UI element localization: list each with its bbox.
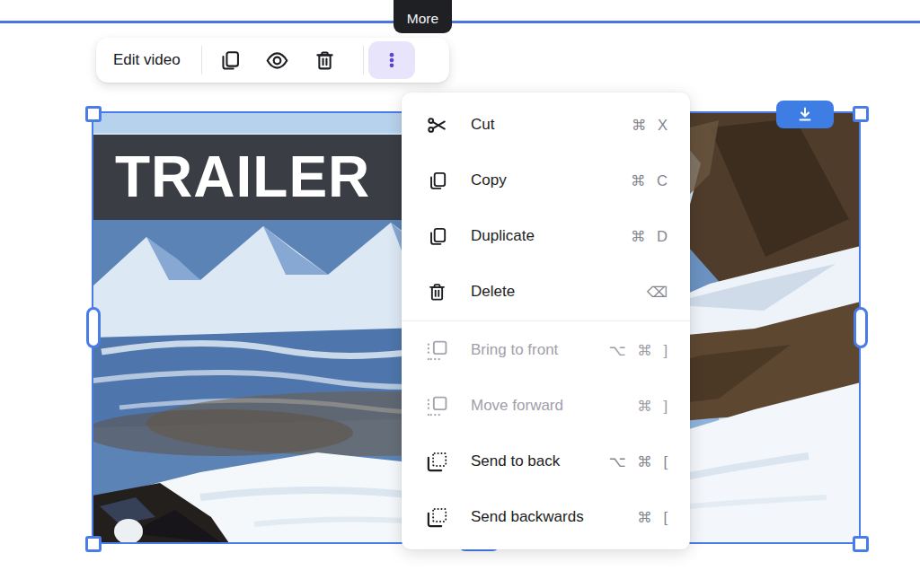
menu-item-shortcut: ⌘ ] (637, 398, 668, 415)
editor-canvas: TRAILER (0, 0, 920, 588)
resize-handle-right[interactable] (854, 307, 868, 348)
more-tooltip: More (394, 0, 452, 33)
preview-eye-icon (265, 48, 289, 73)
element-toolbar: Edit video (96, 38, 449, 83)
menu-item-label: Duplicate (471, 227, 535, 245)
menu-item-label: Cut (471, 116, 494, 134)
menu-divider (402, 320, 690, 321)
copy-button[interactable] (210, 40, 250, 80)
menu-item-shortcut: ⌘ D (631, 228, 668, 245)
page-edge-guide (0, 21, 920, 23)
more-button[interactable] (368, 41, 415, 79)
menu-item-shortcut: ⌘ C (631, 172, 668, 189)
menu-item-label: Send backwards (471, 508, 584, 526)
menu-item-shortcut: ⌘ X (632, 117, 668, 134)
context-menu: Cut ⌘ X Copy ⌘ C Duplicate ⌘ D (402, 92, 690, 549)
toolbar-divider (201, 46, 202, 75)
send-backwards-icon (426, 506, 447, 528)
menu-item-label: Delete (471, 283, 515, 301)
duplicate-icon (426, 225, 447, 247)
edit-video-button[interactable]: Edit video (113, 51, 181, 69)
menu-item-move-forward[interactable]: Move forward ⌘ ] (402, 378, 690, 434)
scissors-icon (426, 114, 447, 136)
delete-button[interactable] (305, 40, 345, 80)
resize-handle-bottom-left[interactable] (85, 536, 102, 552)
menu-item-label: Bring to front (471, 341, 558, 359)
resize-handle-top-left[interactable] (85, 106, 102, 122)
download-arrow-icon (794, 104, 816, 126)
trash-icon (426, 281, 447, 303)
menu-item-delete[interactable]: Delete ⌫ (402, 264, 690, 320)
move-forward-icon (426, 395, 447, 417)
menu-item-cut[interactable]: Cut ⌘ X (402, 97, 690, 153)
menu-item-label: Copy (471, 171, 507, 189)
copy-icon (426, 170, 447, 191)
menu-item-label: Move forward (471, 397, 563, 415)
send-back-icon (426, 451, 447, 472)
resize-handle-top-right[interactable] (853, 106, 869, 122)
menu-item-label: Send to back (471, 452, 560, 470)
delete-trash-icon (314, 49, 336, 72)
copy-icon (218, 49, 241, 72)
menu-item-bring-to-front[interactable]: Bring to front ⌥ ⌘ ] (402, 322, 690, 378)
menu-item-shortcut: ⌥ ⌘ ] (609, 342, 668, 359)
menu-item-send-to-back[interactable]: Send to back ⌥ ⌘ [ (402, 434, 690, 489)
menu-item-copy[interactable]: Copy ⌘ C (402, 153, 690, 208)
menu-item-send-backwards[interactable]: Send backwards ⌘ [ (402, 489, 690, 545)
menu-item-shortcut: ⌘ [ (637, 509, 668, 526)
download-button[interactable] (776, 101, 834, 128)
preview-button[interactable] (258, 40, 297, 80)
resize-handle-left[interactable] (86, 307, 101, 348)
menu-item-shortcut: ⌫ (647, 284, 668, 301)
menu-item-duplicate[interactable]: Duplicate ⌘ D (402, 208, 690, 264)
resize-handle-bottom-right[interactable] (853, 536, 869, 552)
more-vertical-dots-icon (381, 49, 402, 71)
toolbar-divider (363, 46, 364, 75)
menu-item-shortcut: ⌥ ⌘ [ (609, 453, 668, 470)
tooltip-label: More (407, 11, 438, 27)
bring-front-icon (426, 339, 447, 361)
